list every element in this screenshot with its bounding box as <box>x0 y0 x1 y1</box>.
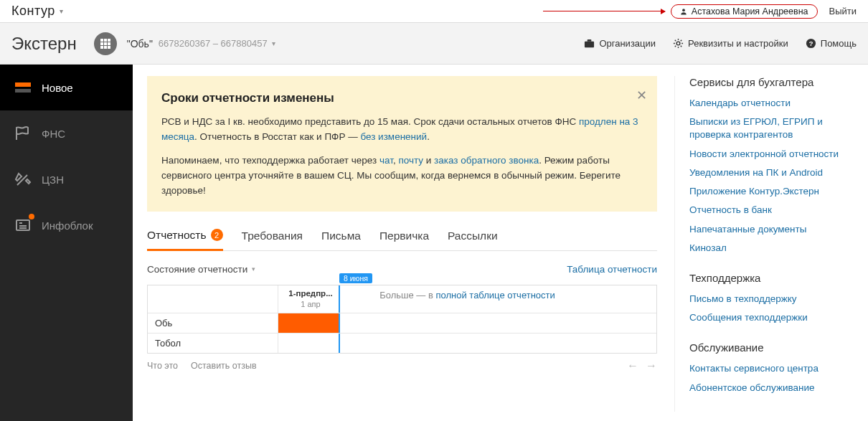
group-title: Сервисы для бухгалтера <box>689 76 854 88</box>
table-row[interactable]: Тобол <box>148 333 656 353</box>
briefcase-icon <box>584 38 595 49</box>
sidebar-item-fns[interactable]: ФНС <box>0 110 133 156</box>
flag-icon <box>14 125 32 142</box>
sidebar-item-czn[interactable]: ЦЗН <box>0 156 133 202</box>
settings-label: Реквизиты и настройки <box>688 38 788 49</box>
notice-link[interactable]: чат <box>379 155 393 166</box>
svg-rect-9 <box>108 46 110 49</box>
svg-rect-6 <box>108 42 110 45</box>
organizations-label: Организации <box>599 38 656 49</box>
what-is-this-link[interactable]: Что это <box>147 361 178 371</box>
svg-rect-2 <box>104 39 107 42</box>
today-line <box>339 285 340 313</box>
tab-reporting[interactable]: Отчетность 2 <box>147 229 223 251</box>
right-link[interactable]: Контакты сервисного центра <box>689 362 854 375</box>
timeline-footer: Что это Оставить отзыв ← → <box>147 359 657 372</box>
filter-row: Состояние отчетности ▾ Таблица отчетност… <box>147 264 657 275</box>
right-link[interactable]: Приложение Контур.Экстерн <box>689 185 854 198</box>
feedback-link[interactable]: Оставить отзыв <box>191 361 257 371</box>
notice-p2: Напоминаем, что техподдержка работает че… <box>161 153 643 199</box>
right-link[interactable]: Календарь отчетности <box>689 97 854 110</box>
tab-requirements[interactable]: Требования <box>242 229 303 250</box>
right-link[interactable]: Уведомления на ПК и Android <box>689 166 854 179</box>
tab-label: Рассылки <box>448 230 498 242</box>
close-icon[interactable]: ✕ <box>636 86 647 106</box>
timeline-more: Больше — в полной таблице отчетности <box>379 290 555 301</box>
tab-primary[interactable]: Первичка <box>379 229 429 250</box>
col-title: 1-предпр... <box>278 288 343 299</box>
status-filter[interactable]: Состояние отчетности ▾ <box>147 264 255 275</box>
right-panel: Сервисы для бухгалтера Календарь отчетно… <box>674 76 854 412</box>
sidebar-item-info[interactable]: Инфоблок <box>0 202 133 248</box>
right-link[interactable]: Новости электронной отчетности <box>689 148 854 161</box>
highlight-arrow <box>543 11 665 11</box>
svg-rect-1 <box>100 39 103 42</box>
timeline-grid: 1-предпр... 1 апр Больше — в полной табл… <box>147 285 657 354</box>
next-arrow-icon[interactable]: → <box>646 359 657 372</box>
sidebar-item-new[interactable]: Новое <box>0 65 133 110</box>
svg-rect-4 <box>100 42 103 45</box>
right-group-services: Сервисы для бухгалтера Календарь отчетно… <box>689 76 854 255</box>
svg-rect-8 <box>104 46 107 49</box>
right-link[interactable]: Кинозал <box>689 242 854 255</box>
svg-point-11 <box>676 42 680 45</box>
notice-p1: РСВ и НДС за I кв. необходимо представит… <box>161 115 643 145</box>
svg-rect-3 <box>108 39 110 42</box>
right-link[interactable]: Напечатанные документы <box>689 223 854 236</box>
product-name: Экстерн <box>11 34 77 54</box>
help-link[interactable]: ? Помощь <box>806 38 857 49</box>
pager: ← → <box>627 359 657 372</box>
right-group-service: Обслуживание Контакты сервисного центра … <box>689 341 854 394</box>
org-name[interactable]: "Обь" <box>127 38 153 49</box>
right-group-support: Техподдержка Письмо в техподдержку Сообщ… <box>689 272 854 324</box>
full-table-link[interactable]: полной таблице отчетности <box>435 290 555 301</box>
organizations-link[interactable]: Организации <box>584 38 656 49</box>
chevron-down-icon: ▾ <box>252 265 255 273</box>
notification-badge <box>29 214 34 219</box>
new-icon <box>14 79 32 96</box>
right-link[interactable]: Письмо в техподдержку <box>689 293 854 306</box>
logout-link[interactable]: Выйти <box>829 6 857 16</box>
row-label: Тобол <box>148 334 278 353</box>
chevron-down-icon: ▾ <box>60 7 63 15</box>
right-link[interactable]: Сообщения техподдержки <box>689 311 854 324</box>
tab-label: Требования <box>242 230 303 242</box>
tab-letters[interactable]: Письма <box>321 229 361 250</box>
tab-mailing[interactable]: Рассылки <box>448 229 498 250</box>
right-link[interactable]: Выписки из ЕГРЮЛ, ЕГРИП и проверка контр… <box>689 115 854 141</box>
right-link[interactable]: Абонентское обслуживание <box>689 382 854 394</box>
help-label: Помощь <box>821 38 857 49</box>
status-bar <box>278 313 339 333</box>
current-date-flag: 8 июня <box>339 273 372 283</box>
reporting-table-link[interactable]: Таблица отчетности <box>567 264 657 275</box>
tab-label: Письма <box>321 230 361 242</box>
sidebar-item-label: Инфоблок <box>42 219 93 232</box>
notice-link[interactable]: заказ обратного звонка <box>434 155 539 166</box>
help-icon: ? <box>806 38 816 49</box>
right-link[interactable]: Отчетность в банк <box>689 204 854 217</box>
notice-link[interactable]: без изменений <box>360 131 427 142</box>
table-row[interactable]: Обь <box>148 313 656 333</box>
content: ✕ Сроки отчетности изменены РСВ и НДС за… <box>133 65 868 421</box>
timeline-header-row: 1-предпр... 1 апр Больше — в полной табл… <box>148 285 656 313</box>
chevron-down-icon[interactable]: ▾ <box>272 39 275 47</box>
row-label <box>148 285 278 313</box>
org-ids: 6678260367 – 667880457 <box>159 38 268 49</box>
user-chip[interactable]: Астахова Мария Андреевна <box>671 4 818 19</box>
today-line <box>339 334 340 353</box>
notice-title: Сроки отчетности изменены <box>161 89 643 108</box>
brand-label[interactable]: Контур <box>11 4 55 19</box>
user-icon <box>680 8 687 15</box>
grid-menu-button[interactable] <box>94 32 117 55</box>
prev-arrow-icon[interactable]: ← <box>627 359 638 372</box>
svg-rect-5 <box>104 42 107 45</box>
sidebar-item-label: ЦЗН <box>42 174 64 186</box>
notice-banner: ✕ Сроки отчетности изменены РСВ и НДС за… <box>147 76 657 212</box>
tools-icon <box>14 171 32 188</box>
timeline: 8 июня 1-предпр... 1 апр Больше — в полн… <box>147 285 657 372</box>
settings-link[interactable]: Реквизиты и настройки <box>673 38 788 49</box>
sidebar-item-label: ФНС <box>42 128 65 140</box>
filter-label: Состояние отчетности <box>147 264 247 275</box>
grid-icon <box>100 39 110 49</box>
notice-link[interactable]: почту <box>398 155 423 166</box>
